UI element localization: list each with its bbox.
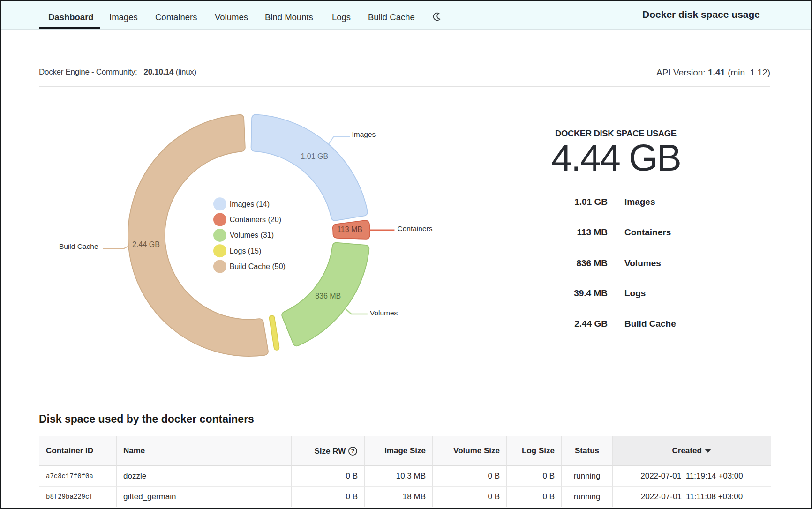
svg-text:Images (14): Images (14) (230, 200, 270, 208)
svg-text:Containers (20): Containers (20) (230, 216, 281, 224)
svg-text:113 MB: 113 MB (337, 225, 362, 233)
svg-text:836 MB: 836 MB (315, 292, 341, 300)
svg-text:1.01 GB: 1.01 GB (301, 152, 328, 160)
svg-text:Volumes: Volumes (370, 309, 398, 317)
svg-text:?: ? (351, 448, 354, 455)
svg-text:Build Cache (50): Build Cache (50) (230, 262, 286, 270)
svg-text:2.44 GB: 2.44 GB (132, 240, 160, 248)
svg-text:Build Cache: Build Cache (59, 242, 98, 250)
svg-text:Containers: Containers (398, 225, 433, 232)
svg-text:Images: Images (352, 130, 376, 138)
svg-text:Volumes (31): Volumes (31) (230, 231, 274, 239)
svg-text:Logs (15): Logs (15) (230, 247, 262, 255)
